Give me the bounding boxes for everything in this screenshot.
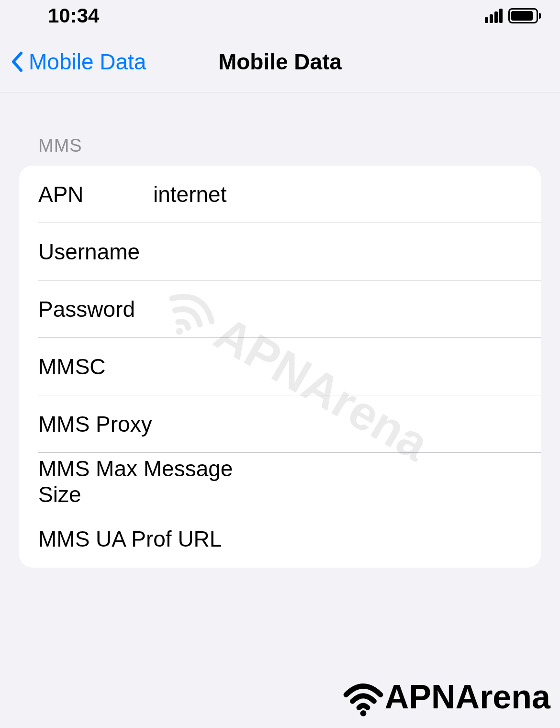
mms-max-size-row[interactable]: MMS Max Message Size bbox=[19, 453, 541, 510]
navigation-bar: Mobile Data Mobile Data bbox=[0, 32, 560, 92]
mms-max-size-label: MMS Max Message Size bbox=[38, 456, 280, 507]
content-area: MMS APN internet Username Password bbox=[0, 92, 560, 568]
apn-row[interactable]: APN internet bbox=[19, 166, 541, 223]
apn-value[interactable]: internet bbox=[153, 181, 522, 207]
mmsc-label: MMSC bbox=[38, 354, 153, 380]
mms-ua-prof-row[interactable]: MMS UA Prof URL bbox=[19, 510, 541, 568]
mms-ua-prof-label: MMS UA Prof URL bbox=[38, 526, 280, 552]
mms-proxy-label: MMS Proxy bbox=[38, 411, 280, 437]
chevron-left-icon bbox=[11, 51, 23, 72]
mms-settings-group: APN internet Username Password MMSC bbox=[19, 166, 541, 568]
password-row[interactable]: Password bbox=[19, 280, 541, 338]
page-title: Mobile Data bbox=[218, 49, 342, 75]
back-label: Mobile Data bbox=[29, 49, 146, 75]
password-label: Password bbox=[38, 296, 153, 322]
watermark-bottom: APNArena bbox=[342, 675, 550, 718]
status-icons bbox=[485, 8, 541, 23]
back-button[interactable]: Mobile Data bbox=[0, 49, 146, 75]
username-row[interactable]: Username bbox=[19, 223, 541, 280]
wifi-icon bbox=[342, 675, 385, 718]
status-bar: 10:34 bbox=[0, 0, 560, 32]
battery-icon bbox=[508, 8, 541, 23]
section-header-mms: MMS bbox=[19, 92, 541, 166]
username-label: Username bbox=[38, 239, 153, 265]
svg-point-1 bbox=[360, 710, 366, 717]
status-time: 10:34 bbox=[48, 4, 99, 27]
cellular-signal-icon bbox=[485, 9, 503, 23]
mmsc-row[interactable]: MMSC bbox=[19, 338, 541, 395]
apn-label: APN bbox=[38, 181, 153, 207]
mms-proxy-row[interactable]: MMS Proxy bbox=[19, 395, 541, 453]
